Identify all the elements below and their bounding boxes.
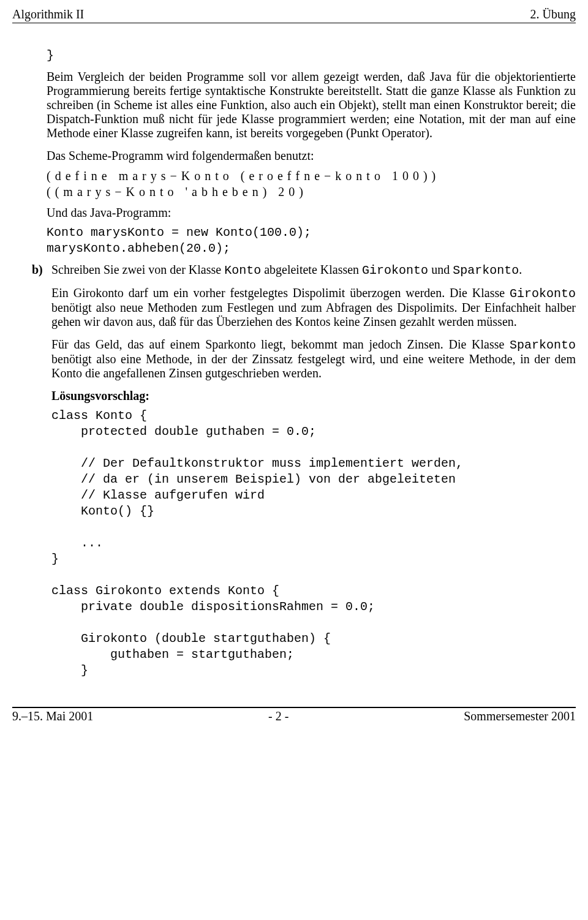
item-b-line2: Ein Girokonto darf um ein vorher festgel… <box>51 286 576 329</box>
page-content: } Beim Vergleich der beiden Programme so… <box>12 48 576 685</box>
footer-left: 9.–15. Mai 2001 <box>12 709 93 723</box>
closing-brace: } <box>47 48 576 64</box>
page-header: Algorithmik II 2. Übung <box>12 7 576 23</box>
paragraph-scheme-intro: Das Scheme-Programm wird folgendermaßen … <box>47 149 576 163</box>
item-b: b) Schreiben Sie zwei von der Klasse Kon… <box>32 263 576 685</box>
header-left: Algorithmik II <box>12 7 84 21</box>
footer-center: - 2 - <box>268 709 288 723</box>
footer-right: Sommersemester 2001 <box>464 709 576 723</box>
page-footer: 9.–15. Mai 2001 - 2 - Sommersemester 200… <box>12 707 576 723</box>
scheme-code: ( d e f i n e m a r y s − K o n t o ( e … <box>47 168 576 200</box>
paragraph-comparison: Beim Vergleich der beiden Programme soll… <box>47 70 576 140</box>
item-b-line1: Schreiben Sie zwei von der Klasse Konto … <box>51 263 576 277</box>
java-code-classes: class Konto { protected double guthaben … <box>51 408 576 679</box>
java-code-usage: Konto marysKonto = new Konto(100.0); mar… <box>47 225 576 257</box>
solution-label: Lösungsvorschlag: <box>51 389 576 403</box>
item-b-marker: b) <box>32 263 51 277</box>
paragraph-java-intro: Und das Java-Programm: <box>47 206 576 220</box>
header-right: 2. Übung <box>530 7 576 21</box>
item-b-line3: Für das Geld, das auf einem Sparkonto li… <box>51 337 576 380</box>
